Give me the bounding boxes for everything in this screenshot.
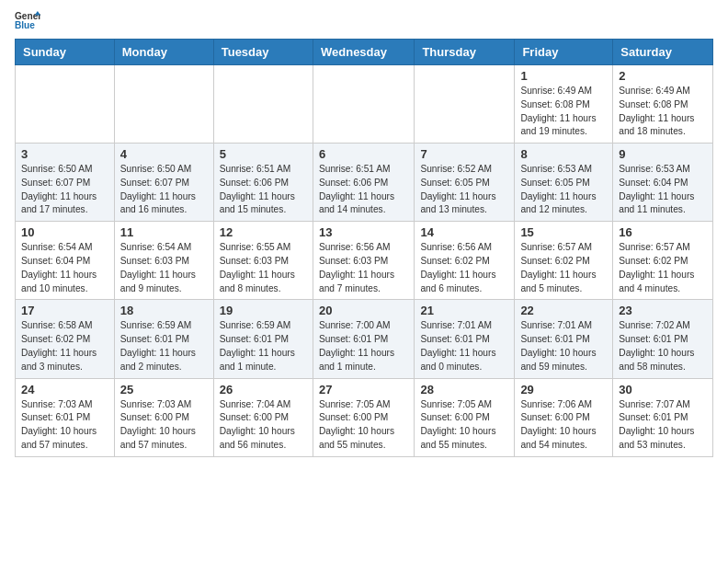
weekday-header-saturday: Saturday (613, 40, 713, 65)
calendar-cell: 9Sunrise: 6:53 AM Sunset: 6:04 PM Daylig… (613, 144, 713, 222)
calendar-cell: 7Sunrise: 6:52 AM Sunset: 6:05 PM Daylig… (415, 144, 515, 222)
day-info: Sunrise: 6:55 AM Sunset: 6:03 PM Dayligh… (220, 241, 307, 295)
day-info: Sunrise: 6:53 AM Sunset: 6:04 PM Dayligh… (619, 163, 707, 217)
calendar-cell (415, 65, 515, 144)
day-number: 19 (220, 304, 307, 317)
calendar-cell: 4Sunrise: 6:50 AM Sunset: 6:07 PM Daylig… (114, 144, 213, 222)
calendar-cell: 30Sunrise: 7:07 AM Sunset: 6:01 PM Dayli… (613, 378, 713, 456)
calendar-cell: 1Sunrise: 6:49 AM Sunset: 6:08 PM Daylig… (515, 65, 613, 144)
calendar-cell (16, 65, 115, 144)
day-number: 28 (420, 383, 508, 396)
day-info: Sunrise: 6:51 AM Sunset: 6:06 PM Dayligh… (319, 163, 408, 217)
logo: General Blue (15, 9, 44, 31)
week-row-3: 17Sunrise: 6:58 AM Sunset: 6:02 PM Dayli… (16, 300, 713, 378)
calendar-cell (313, 65, 414, 144)
day-info: Sunrise: 6:56 AM Sunset: 6:02 PM Dayligh… (420, 241, 508, 295)
calendar-cell: 5Sunrise: 6:51 AM Sunset: 6:06 PM Daylig… (213, 144, 313, 222)
day-number: 8 (520, 147, 607, 161)
day-info: Sunrise: 6:52 AM Sunset: 6:05 PM Dayligh… (420, 163, 508, 217)
day-info: Sunrise: 6:49 AM Sunset: 6:08 PM Dayligh… (619, 85, 707, 139)
day-info: Sunrise: 6:53 AM Sunset: 6:05 PM Dayligh… (520, 163, 607, 217)
svg-text:Blue: Blue (15, 20, 35, 30)
calendar-cell: 29Sunrise: 7:06 AM Sunset: 6:00 PM Dayli… (515, 378, 613, 456)
day-number: 18 (120, 304, 208, 317)
day-number: 26 (220, 383, 307, 396)
calendar-cell: 10Sunrise: 6:54 AM Sunset: 6:04 PM Dayli… (16, 222, 115, 300)
calendar-cell: 18Sunrise: 6:59 AM Sunset: 6:01 PM Dayli… (114, 300, 213, 378)
day-number: 25 (120, 383, 208, 396)
day-number: 22 (520, 304, 607, 317)
weekday-header-tuesday: Tuesday (213, 40, 313, 65)
day-info: Sunrise: 6:58 AM Sunset: 6:02 PM Dayligh… (21, 319, 108, 373)
calendar-cell (213, 65, 313, 144)
calendar-page: General Blue SundayMondayTuesdayWednesda… (0, 0, 728, 472)
day-number: 30 (619, 383, 707, 396)
week-row-4: 24Sunrise: 7:03 AM Sunset: 6:01 PM Dayli… (16, 378, 713, 456)
day-number: 4 (120, 147, 208, 161)
day-number: 3 (21, 147, 108, 161)
weekday-header-wednesday: Wednesday (313, 40, 414, 65)
day-info: Sunrise: 7:05 AM Sunset: 6:00 PM Dayligh… (420, 398, 508, 453)
calendar-cell: 27Sunrise: 7:05 AM Sunset: 6:00 PM Dayli… (313, 378, 414, 456)
calendar-cell: 25Sunrise: 7:03 AM Sunset: 6:00 PM Dayli… (114, 378, 213, 456)
calendar-cell: 6Sunrise: 6:51 AM Sunset: 6:06 PM Daylig… (313, 144, 414, 222)
day-number: 13 (319, 225, 408, 239)
weekday-header-friday: Friday (515, 40, 613, 65)
weekday-header-thursday: Thursday (415, 40, 515, 65)
calendar-cell: 21Sunrise: 7:01 AM Sunset: 6:01 PM Dayli… (415, 300, 515, 378)
day-info: Sunrise: 7:01 AM Sunset: 6:01 PM Dayligh… (520, 319, 607, 373)
day-info: Sunrise: 7:04 AM Sunset: 6:00 PM Dayligh… (220, 398, 307, 453)
day-number: 29 (520, 383, 607, 396)
calendar-cell: 17Sunrise: 6:58 AM Sunset: 6:02 PM Dayli… (16, 300, 115, 378)
calendar-cell: 12Sunrise: 6:55 AM Sunset: 6:03 PM Dayli… (213, 222, 313, 300)
calendar-cell (114, 65, 213, 144)
day-number: 20 (319, 304, 408, 317)
day-number: 17 (21, 304, 108, 317)
day-info: Sunrise: 7:03 AM Sunset: 6:00 PM Dayligh… (120, 398, 208, 453)
calendar-cell: 3Sunrise: 6:50 AM Sunset: 6:07 PM Daylig… (16, 144, 115, 222)
day-number: 1 (520, 69, 607, 83)
calendar-cell: 20Sunrise: 7:00 AM Sunset: 6:01 PM Dayli… (313, 300, 414, 378)
day-number: 27 (319, 383, 408, 396)
day-number: 7 (420, 147, 508, 161)
day-info: Sunrise: 6:59 AM Sunset: 6:01 PM Dayligh… (220, 319, 307, 373)
day-info: Sunrise: 7:03 AM Sunset: 6:01 PM Dayligh… (21, 398, 108, 453)
day-info: Sunrise: 6:50 AM Sunset: 6:07 PM Dayligh… (120, 163, 208, 217)
day-info: Sunrise: 7:05 AM Sunset: 6:00 PM Dayligh… (319, 398, 408, 453)
header: General Blue (15, 9, 713, 31)
calendar-table: SundayMondayTuesdayWednesdayThursdayFrid… (15, 39, 713, 457)
calendar-cell: 15Sunrise: 6:57 AM Sunset: 6:02 PM Dayli… (515, 222, 613, 300)
week-row-0: 1Sunrise: 6:49 AM Sunset: 6:08 PM Daylig… (16, 65, 713, 144)
day-info: Sunrise: 7:01 AM Sunset: 6:01 PM Dayligh… (420, 319, 508, 373)
calendar-cell: 13Sunrise: 6:56 AM Sunset: 6:03 PM Dayli… (313, 222, 414, 300)
day-number: 24 (21, 383, 108, 396)
day-info: Sunrise: 6:56 AM Sunset: 6:03 PM Dayligh… (319, 241, 408, 295)
day-info: Sunrise: 6:51 AM Sunset: 6:06 PM Dayligh… (220, 163, 307, 217)
calendar-cell: 28Sunrise: 7:05 AM Sunset: 6:00 PM Dayli… (415, 378, 515, 456)
calendar-cell: 23Sunrise: 7:02 AM Sunset: 6:01 PM Dayli… (613, 300, 713, 378)
day-number: 5 (220, 147, 307, 161)
logo-icon: General Blue (15, 9, 40, 31)
day-info: Sunrise: 6:57 AM Sunset: 6:02 PM Dayligh… (619, 241, 707, 295)
calendar-cell: 2Sunrise: 6:49 AM Sunset: 6:08 PM Daylig… (613, 65, 713, 144)
calendar-cell: 26Sunrise: 7:04 AM Sunset: 6:00 PM Dayli… (213, 378, 313, 456)
week-row-2: 10Sunrise: 6:54 AM Sunset: 6:04 PM Dayli… (16, 222, 713, 300)
day-info: Sunrise: 7:02 AM Sunset: 6:01 PM Dayligh… (619, 319, 707, 373)
day-number: 16 (619, 225, 707, 239)
day-number: 10 (21, 225, 108, 239)
day-info: Sunrise: 6:50 AM Sunset: 6:07 PM Dayligh… (21, 163, 108, 217)
weekday-header-row: SundayMondayTuesdayWednesdayThursdayFrid… (16, 40, 713, 65)
day-info: Sunrise: 6:59 AM Sunset: 6:01 PM Dayligh… (120, 319, 208, 373)
calendar-cell: 14Sunrise: 6:56 AM Sunset: 6:02 PM Dayli… (415, 222, 515, 300)
calendar-cell: 11Sunrise: 6:54 AM Sunset: 6:03 PM Dayli… (114, 222, 213, 300)
day-info: Sunrise: 7:06 AM Sunset: 6:00 PM Dayligh… (520, 398, 607, 453)
day-number: 9 (619, 147, 707, 161)
calendar-cell: 16Sunrise: 6:57 AM Sunset: 6:02 PM Dayli… (613, 222, 713, 300)
day-number: 21 (420, 304, 508, 317)
day-number: 23 (619, 304, 707, 317)
day-info: Sunrise: 7:07 AM Sunset: 6:01 PM Dayligh… (619, 398, 707, 453)
day-info: Sunrise: 6:49 AM Sunset: 6:08 PM Dayligh… (520, 85, 607, 139)
day-info: Sunrise: 7:00 AM Sunset: 6:01 PM Dayligh… (319, 319, 408, 373)
day-number: 2 (619, 69, 707, 83)
day-number: 6 (319, 147, 408, 161)
